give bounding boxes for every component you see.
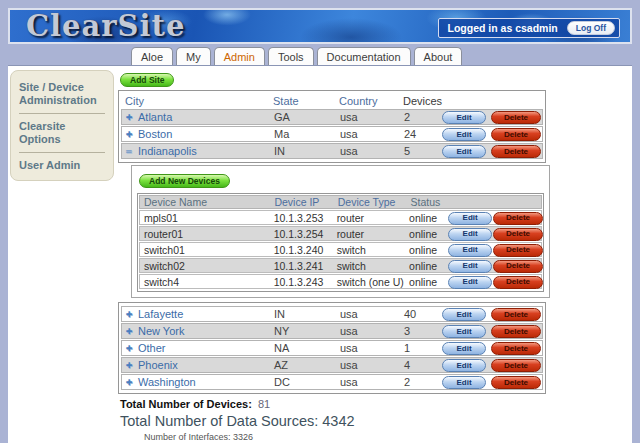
- total-devices-value: 81: [258, 398, 270, 410]
- expand-icon[interactable]: ✚: [126, 130, 138, 139]
- device-ip-cell: 10.1.3.241: [274, 260, 337, 272]
- sidebar-item-user-admin[interactable]: User Admin: [19, 159, 105, 172]
- column-header-state[interactable]: State: [273, 95, 339, 107]
- country-cell: usa: [340, 359, 404, 371]
- tab-documentation[interactable]: Documentation: [317, 47, 411, 65]
- country-cell: usa: [340, 111, 404, 123]
- clearsite-logo: ClearSite: [26, 9, 185, 43]
- state-cell: Ma: [274, 128, 340, 140]
- site-row-boston: ✚ Boston Ma usa 24 Edit Delete: [121, 126, 543, 142]
- delete-button[interactable]: Delete: [491, 376, 541, 389]
- expand-icon[interactable]: ✚: [126, 327, 138, 336]
- delete-button[interactable]: Delete: [493, 244, 543, 257]
- city-link[interactable]: Lafayette: [138, 308, 183, 320]
- delete-button[interactable]: Delete: [493, 212, 543, 225]
- edit-button[interactable]: Edit: [442, 342, 486, 355]
- device-table: Device Name Device IP Device Type Status…: [137, 193, 544, 292]
- devices-cell: 4: [404, 359, 438, 371]
- collapse-icon[interactable]: ═: [126, 147, 138, 156]
- edit-button[interactable]: Edit: [448, 276, 492, 289]
- edit-button[interactable]: Edit: [442, 376, 486, 389]
- devices-cell: 24: [404, 128, 438, 140]
- delete-button[interactable]: Delete: [493, 228, 543, 241]
- state-cell: IN: [274, 308, 340, 320]
- device-name-cell: switch4: [140, 276, 274, 288]
- tab-tools[interactable]: Tools: [268, 47, 314, 65]
- log-off-button[interactable]: Log Off: [567, 21, 615, 35]
- edit-button[interactable]: Edit: [448, 244, 492, 257]
- state-cell: DC: [274, 376, 340, 388]
- column-header-status: Status: [411, 196, 449, 208]
- device-row-mpls01: mpls01 10.1.3.253 router online Edit Del…: [139, 210, 542, 225]
- header-banner-wrap: ClearSite Logged in as csadmin Log Off: [8, 8, 632, 44]
- devices-cell: 5: [404, 145, 438, 157]
- delete-button[interactable]: Delete: [493, 276, 543, 289]
- expand-icon[interactable]: ✚: [126, 378, 138, 387]
- edit-button[interactable]: Edit: [442, 128, 486, 141]
- column-header-device-ip[interactable]: Device IP: [274, 196, 337, 208]
- site-row-lafayette: ✚ Lafayette IN usa 40 Edit Delete: [121, 306, 543, 322]
- city-link[interactable]: Other: [138, 342, 166, 354]
- city-link[interactable]: Washington: [138, 376, 196, 388]
- site-table-top: City State Country Devices ✚ Atlanta GA …: [118, 90, 546, 163]
- delete-button[interactable]: Delete: [493, 260, 543, 273]
- edit-button[interactable]: Edit: [448, 212, 492, 225]
- delete-button[interactable]: Delete: [491, 111, 541, 124]
- delete-button[interactable]: Delete: [491, 342, 541, 355]
- country-cell: usa: [340, 376, 404, 388]
- sidebar: Site / Device Administration Clearsite O…: [10, 70, 114, 181]
- country-cell: usa: [340, 342, 404, 354]
- country-cell: usa: [340, 128, 404, 140]
- device-row-switch01: switch01 10.1.3.240 switch online Edit D…: [139, 242, 542, 257]
- edit-button[interactable]: Edit: [442, 308, 486, 321]
- device-status-cell: online: [409, 276, 447, 288]
- site-row-atlanta: ✚ Atlanta GA usa 2 Edit Delete: [121, 109, 543, 125]
- edit-button[interactable]: Edit: [442, 111, 486, 124]
- edit-button[interactable]: Edit: [442, 145, 486, 158]
- expand-icon[interactable]: ✚: [126, 113, 138, 122]
- delete-button[interactable]: Delete: [491, 128, 541, 141]
- site-row-washington: ✚ Washington DC usa 2 Edit Delete: [121, 374, 543, 390]
- site-row-new-york: ✚ New York NY usa 3 Edit Delete: [121, 323, 543, 339]
- country-cell: usa: [340, 325, 404, 337]
- device-row-router01: router01 10.1.3.254 router online Edit D…: [139, 226, 542, 241]
- delete-button[interactable]: Delete: [491, 359, 541, 372]
- add-site-button[interactable]: Add Site: [120, 73, 174, 87]
- column-header-country[interactable]: Country: [339, 95, 403, 107]
- edit-button[interactable]: Edit: [442, 359, 486, 372]
- device-name-cell: switch01: [140, 244, 274, 256]
- tab-about[interactable]: About: [414, 47, 463, 65]
- expand-icon[interactable]: ✚: [126, 310, 138, 319]
- site-row-other: ✚ Other NA usa 1 Edit Delete: [121, 340, 543, 356]
- total-devices-label: Total Number of Devices:: [120, 398, 252, 410]
- tab-admin[interactable]: Admin: [214, 47, 265, 65]
- edit-button[interactable]: Edit: [448, 228, 492, 241]
- city-link[interactable]: Boston: [138, 128, 172, 140]
- edit-button[interactable]: Edit: [442, 325, 486, 338]
- column-header-device-type[interactable]: Device Type: [338, 196, 411, 208]
- delete-button[interactable]: Delete: [491, 145, 541, 158]
- tab-bar: Aloe My Admin Tools Documentation About: [8, 44, 632, 65]
- expand-icon[interactable]: ✚: [126, 344, 138, 353]
- tab-my[interactable]: My: [176, 47, 211, 65]
- breakdown-interfaces: Number of Interfaces: 3326: [144, 432, 550, 443]
- site-row-phoenix: ✚ Phoenix AZ usa 4 Edit Delete: [121, 357, 543, 373]
- delete-button[interactable]: Delete: [491, 308, 541, 321]
- state-cell: GA: [274, 111, 340, 123]
- device-status-cell: online: [409, 244, 447, 256]
- sidebar-item-site-device-administration[interactable]: Site / Device Administration: [19, 81, 105, 107]
- tab-aloe[interactable]: Aloe: [131, 47, 173, 65]
- add-new-devices-button[interactable]: Add New Devices: [139, 174, 230, 188]
- expand-icon[interactable]: ✚: [126, 361, 138, 370]
- city-link[interactable]: Indianapolis: [138, 145, 197, 157]
- edit-button[interactable]: Edit: [448, 260, 492, 273]
- city-link[interactable]: Atlanta: [138, 111, 172, 123]
- column-header-city[interactable]: City: [121, 95, 273, 107]
- devices-cell: 40: [404, 308, 438, 320]
- city-link[interactable]: New York: [138, 325, 184, 337]
- city-link[interactable]: Phoenix: [138, 359, 178, 371]
- device-status-cell: online: [409, 212, 447, 224]
- totals-breakdown: Number of Interfaces: 3326 Number of CPU…: [144, 432, 550, 443]
- sidebar-item-clearsite-options[interactable]: Clearsite Options: [19, 120, 105, 146]
- delete-button[interactable]: Delete: [491, 325, 541, 338]
